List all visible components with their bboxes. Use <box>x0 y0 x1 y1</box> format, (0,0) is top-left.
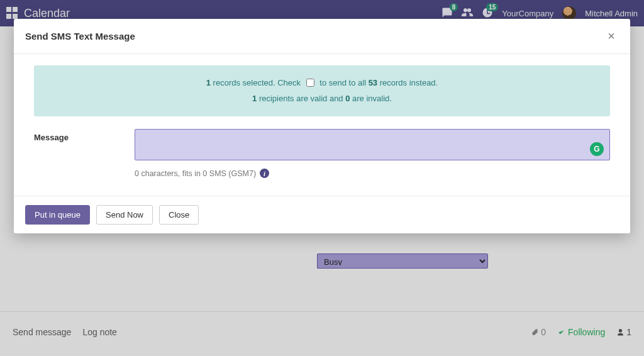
people-icon[interactable] <box>462 7 473 20</box>
modal-header: Send SMS Text Message × <box>14 19 630 54</box>
log-note-tab[interactable]: Log note <box>82 327 117 337</box>
info-icon[interactable]: i <box>260 169 269 178</box>
apps-icon[interactable] <box>6 7 19 19</box>
company-name[interactable]: YourCompany <box>502 9 553 18</box>
activity-badge: 15 <box>486 3 498 11</box>
sms-modal: Send SMS Text Message × 1 records select… <box>14 19 630 233</box>
check-icon <box>557 328 565 337</box>
send-now-button[interactable]: Send Now <box>96 205 153 225</box>
send-all-checkbox[interactable] <box>306 79 314 87</box>
message-label: Message <box>34 129 135 142</box>
attachment-icon <box>531 328 539 337</box>
chat-badge: 8 <box>450 3 458 11</box>
close-button[interactable]: Close <box>159 205 199 225</box>
message-textarea[interactable] <box>135 129 610 160</box>
selected-count: 1 <box>206 78 211 87</box>
modal-footer: Put in queue Send Now Close <box>14 196 630 233</box>
info-banner: 1 records selected. Check to send to all… <box>34 65 610 116</box>
show-as-select[interactable]: Busy <box>317 253 488 269</box>
total-count: 53 <box>369 78 377 87</box>
close-icon[interactable]: × <box>604 28 619 45</box>
put-in-queue-button[interactable]: Put in queue <box>25 205 90 225</box>
char-counter: 0 characters, fits in 0 SMS (GSM7) <box>135 169 256 178</box>
user-name[interactable]: Mitchell Admin <box>585 9 638 18</box>
attachments-count[interactable]: 0 <box>531 327 546 337</box>
activity-icon-wrap[interactable]: 15 <box>482 7 493 20</box>
modal-title: Send SMS Text Message <box>25 31 135 42</box>
chatter-footer: Send message Log note 0 Following 1 <box>0 311 644 343</box>
chat-icon-wrap[interactable]: 8 <box>441 7 453 20</box>
person-icon <box>616 328 625 337</box>
following-button[interactable]: Following <box>557 327 605 337</box>
app-name[interactable]: Calendar <box>24 7 70 20</box>
send-message-tab[interactable]: Send message <box>13 327 71 337</box>
followers-count[interactable]: 1 <box>616 327 631 337</box>
avatar[interactable] <box>562 6 576 20</box>
show-as-label: Show as <box>10 252 317 270</box>
